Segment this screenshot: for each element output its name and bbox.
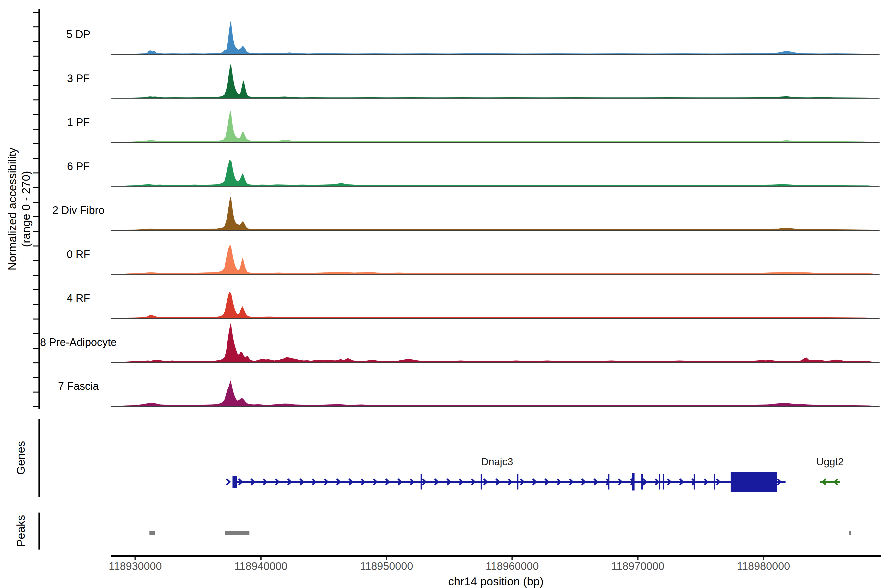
gene-exon-dnajc3 (421, 474, 422, 489)
x-axis-line (111, 555, 881, 557)
signal-area-6-pf (111, 159, 879, 186)
gene-strand-arrow-dnajc3 (226, 479, 230, 485)
signal-area-3-pf (111, 64, 879, 99)
signal-area-8-pre-adipocyte (111, 323, 879, 362)
y-axis-tick (33, 304, 39, 305)
gene-tss-exon-dnajc3 (232, 476, 237, 488)
y-axis-tick (33, 406, 39, 407)
y-axis-tick (33, 70, 39, 71)
y-axis-tick (33, 392, 39, 393)
gene-exon-dnajc3 (714, 474, 715, 489)
y-axis-tick (33, 41, 39, 42)
y-axis-tick (33, 114, 39, 115)
track-label-6-pf: 6 PF (67, 160, 90, 172)
track-baseline-6-pf (111, 186, 879, 187)
y-axis-tick (33, 99, 39, 100)
x-axis-tick (763, 557, 764, 560)
genes-bracket-line (39, 419, 40, 497)
y-axis-tick (33, 27, 39, 27)
track-baseline-0-rf (111, 274, 879, 275)
signal-area-0-rf (111, 245, 879, 274)
signal-area-7-fascia (111, 380, 879, 406)
y-axis-tick (33, 143, 39, 144)
tracks-plot (0, 0, 882, 588)
signal-area-5-dp (111, 21, 879, 54)
y-axis-tick (33, 85, 39, 86)
y-axis-tick (33, 158, 39, 159)
peak-region (849, 531, 851, 535)
x-axis-tick-label: 118950000 (360, 560, 413, 572)
x-axis-tick (135, 557, 136, 560)
y-axis-tick (33, 12, 39, 13)
y-axis-tick (33, 377, 39, 378)
y-axis-tick (33, 202, 39, 202)
x-axis-tick-label: 118940000 (234, 560, 287, 572)
x-axis-tick-label: 118930000 (109, 560, 162, 572)
track-label-5-dp: 5 DP (66, 28, 90, 40)
y-axis-tick (33, 348, 39, 349)
track-label-1-pf: 1 PF (67, 116, 90, 128)
x-axis-tick (386, 557, 387, 560)
x-axis-tick-label: 118970000 (611, 560, 664, 572)
y-axis-label-line1: Normalized accessibility (5, 147, 19, 270)
peak-region (150, 531, 155, 535)
signal-area-4-rf (111, 292, 879, 318)
y-axis-tick (33, 129, 39, 130)
track-label-0-rf: 0 RF (67, 248, 90, 260)
track-baseline-3-pf (111, 99, 879, 99)
x-axis-tick (512, 557, 513, 560)
y-axis-tick (33, 318, 39, 320)
gene-exon-dnajc3 (663, 474, 664, 489)
gene-label-dnajc3: Dnajc3 (481, 456, 513, 468)
x-axis-tick-label: 118980000 (737, 560, 790, 572)
x-axis-title: chr14 position (bp) (448, 574, 543, 588)
track-baseline-7-fascia (111, 406, 879, 407)
gene-exon-dnajc3 (481, 474, 482, 489)
signal-area-2-div-fibro (111, 197, 879, 230)
y-axis-label-line2: (range 0 - 270) (19, 147, 33, 270)
gene-label-uggt2: Uggt2 (816, 456, 844, 468)
track-baseline-8-pre-adipocyte (111, 362, 879, 363)
track-baseline-4-rf (111, 318, 879, 319)
gene-exon-dnajc3 (641, 474, 643, 489)
y-axis-tick (33, 187, 39, 188)
x-axis-tick (260, 557, 262, 560)
track-label-8-pre-adipocyte: 8 Pre-Adipocyte (40, 336, 117, 348)
track-baseline-5-dp (111, 54, 879, 55)
tracks-y-axis-line (39, 9, 40, 409)
gene-exon-dnajc3 (517, 474, 518, 489)
track-baseline-1-pf (111, 142, 879, 143)
signal-area-1-pf (111, 111, 879, 142)
y-axis-tick (33, 172, 39, 174)
peaks-bracket-line (39, 513, 40, 549)
track-label-7-fascia: 7 Fascia (58, 380, 99, 392)
y-axis-tick (33, 56, 39, 57)
y-axis-label: Normalized accessibility (range 0 - 270) (5, 147, 33, 270)
track-label-3-pf: 3 PF (67, 72, 90, 84)
track-label-2-div-fibro: 2 Div Fibro (52, 204, 105, 216)
y-axis-tick (33, 362, 39, 363)
y-axis-tick (33, 216, 39, 218)
x-axis-tick (637, 557, 639, 560)
genes-section-label: Genes (14, 441, 27, 475)
peak-region (225, 531, 249, 535)
y-axis-tick (33, 260, 39, 261)
y-axis-tick (33, 246, 39, 246)
peaks-section-label: Peaks (14, 515, 27, 547)
x-axis-tick-label: 118960000 (486, 560, 539, 572)
gene-utr-box-dnajc3 (730, 472, 777, 492)
y-axis-tick (33, 231, 39, 232)
y-axis-tick (33, 274, 39, 276)
track-baseline-2-div-fibro (111, 230, 879, 231)
y-axis-tick (33, 290, 39, 290)
y-axis-tick (33, 333, 39, 334)
track-label-4-rf: 4 RF (67, 292, 90, 304)
genome-browser-figure: Normalized accessibility (range 0 - 270)… (0, 0, 882, 588)
